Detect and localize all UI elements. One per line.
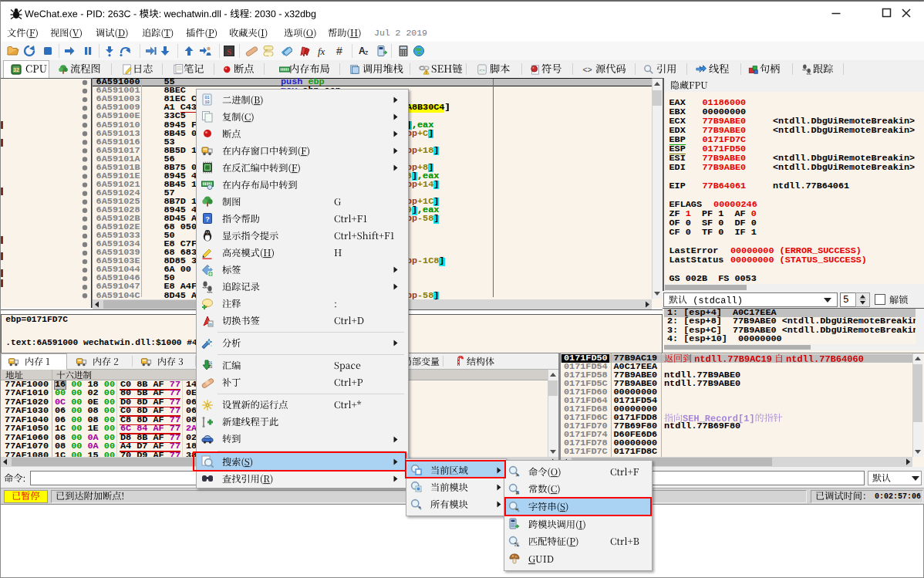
svg-text:!: ! xyxy=(426,70,427,75)
svg-text:10: 10 xyxy=(204,100,209,105)
svg-text:S: S xyxy=(227,47,231,56)
svg-text:fx: fx xyxy=(318,46,325,57)
svg-text:<>: <> xyxy=(582,65,592,74)
svg-text:#: # xyxy=(336,45,342,57)
svg-text:n: n xyxy=(209,322,211,326)
svg-text:*: * xyxy=(419,505,421,511)
svg-text:>: > xyxy=(516,472,519,478)
svg-text:32: 32 xyxy=(13,67,19,73)
svg-text:z: z xyxy=(365,49,369,56)
svg-text:#: # xyxy=(516,489,520,495)
svg-text:10: 10 xyxy=(208,365,213,369)
svg-text:?: ? xyxy=(205,215,210,223)
svg-text:<>: <> xyxy=(479,68,485,73)
